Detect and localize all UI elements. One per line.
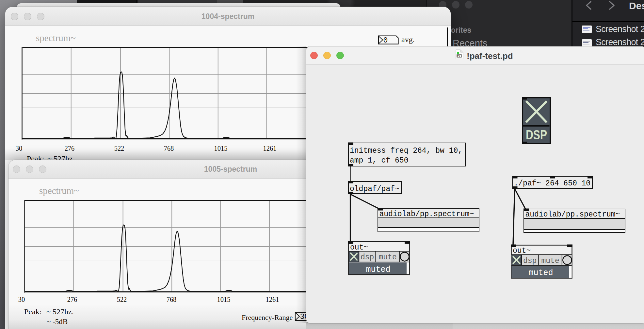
svg-text:mute: mute xyxy=(541,257,559,265)
svg-text:./paf~ 264 650 10: ./paf~ 264 650 10 xyxy=(514,179,591,188)
svg-text:Pd: Pd xyxy=(457,55,460,57)
svg-text:muted: muted xyxy=(529,268,553,278)
svg-text:0: 0 xyxy=(383,36,388,45)
svg-text:out~: out~ xyxy=(350,243,368,252)
svg-text:DSP: DSP xyxy=(526,127,547,142)
svg-text:audiolab/pp.spectrum~: audiolab/pp.spectrum~ xyxy=(379,210,474,218)
svg-text:oldpaf/paf~: oldpaf/paf~ xyxy=(350,185,399,193)
svg-text:out~: out~ xyxy=(513,247,531,255)
svg-text:audiolab/pp.spectrum~: audiolab/pp.spectrum~ xyxy=(525,210,620,219)
svg-text:dsp: dsp xyxy=(361,253,374,262)
svg-text:mute: mute xyxy=(379,253,397,262)
svg-text:muted: muted xyxy=(366,265,391,274)
svg-text:initmess freq 264, bw 10,: initmess freq 264, bw 10, xyxy=(350,147,462,155)
svg-text:amp 1, cf 650: amp 1, cf 650 xyxy=(350,156,408,165)
svg-text:dsp: dsp xyxy=(523,257,537,265)
